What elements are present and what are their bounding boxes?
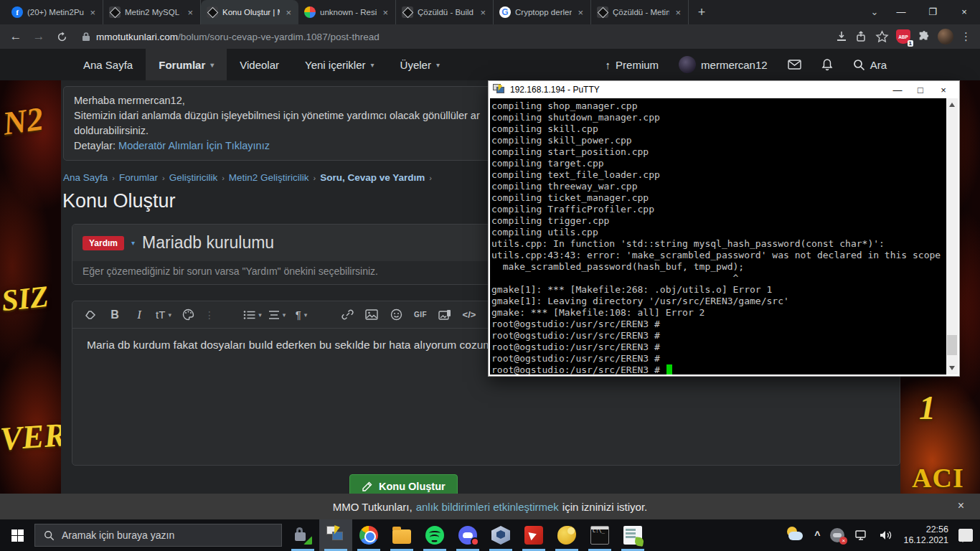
putty-maximize-button[interactable]: □	[909, 82, 932, 98]
taskbar-search-box[interactable]: Aramak için buraya yazın	[34, 524, 282, 547]
breadcrumb-link[interactable]: Metin2 Geliştiricilik	[229, 172, 309, 183]
taskbar-discord-icon[interactable]	[451, 519, 484, 551]
forward-button[interactable]: →	[29, 27, 49, 47]
scrollbar-thumb[interactable]	[947, 335, 957, 355]
action-center-icon[interactable]	[958, 529, 973, 542]
putty-terminal[interactable]: compiling shop_manager.cppcompiling shut…	[489, 98, 959, 376]
browser-tab[interactable]: unknown - Resim ×	[298, 0, 396, 24]
gif-button[interactable]: GIF	[410, 304, 431, 326]
weather-icon[interactable]	[786, 527, 804, 544]
user-menu[interactable]: mermercan12	[669, 49, 778, 80]
premium-link[interactable]: ↑Premium	[595, 49, 669, 80]
putty-minimize-button[interactable]: —	[886, 82, 909, 98]
taskbar-file-explorer-icon[interactable]	[385, 519, 418, 551]
nav-item-home[interactable]: Ana Sayfa	[70, 49, 146, 80]
breadcrumb-link[interactable]: Ana Sayfa	[63, 172, 108, 183]
search-button[interactable]: Ara	[843, 49, 897, 80]
adblock-badge: 1	[908, 40, 913, 47]
taskbar-chrome-icon[interactable]	[352, 519, 385, 551]
text-color-button[interactable]	[177, 304, 199, 326]
moderator-apply-link[interactable]: Moderatör Alımları İçin Tıklayınız	[118, 140, 270, 151]
smilies-button[interactable]	[385, 304, 407, 326]
terminal-line: compiling threeway_war.cpp	[491, 181, 945, 192]
insert-link-button[interactable]	[336, 304, 358, 326]
nav-item-members[interactable]: Üyeler▾	[387, 49, 453, 80]
browser-tab[interactable]: Çözüldü - Build a ×	[396, 0, 494, 24]
extensions-puzzle-icon[interactable]	[918, 30, 930, 43]
browser-tab[interactable]: Çözüldü - Metin2 ×	[591, 0, 689, 24]
code-button[interactable]: </>	[458, 304, 480, 326]
tab-close-icon[interactable]: ×	[576, 7, 585, 18]
tray-discord-icon[interactable]: ×	[830, 528, 844, 542]
messages-button[interactable]	[778, 49, 811, 80]
taskbar-red-app-icon[interactable]	[517, 519, 550, 551]
list-button[interactable]: ▾	[242, 304, 263, 326]
prefix-chevron-icon[interactable]: ▾	[131, 239, 135, 247]
italic-button[interactable]: I	[128, 304, 150, 326]
adblock-extension-icon[interactable]: ABP1	[896, 29, 910, 44]
download-icon[interactable]	[835, 30, 848, 43]
start-button[interactable]	[0, 519, 34, 551]
scroll-up-arrow-icon[interactable]	[949, 103, 955, 107]
alerts-button[interactable]	[811, 49, 843, 80]
reload-button[interactable]	[52, 27, 72, 47]
insert-image-button[interactable]	[361, 304, 382, 326]
enable-notifications-link[interactable]: anlık bildirimleri etkinleştirmek	[416, 501, 559, 513]
back-button[interactable]: ←	[6, 27, 26, 47]
remove-format-button[interactable]	[80, 304, 101, 326]
network-icon[interactable]	[854, 529, 869, 541]
window-minimize-button[interactable]: —	[885, 0, 917, 23]
align-button[interactable]: ▾	[266, 304, 288, 326]
browser-tab[interactable]: G Cryptopp derlem ×	[494, 0, 591, 24]
toolbar-more-dots[interactable]: ⋮	[202, 309, 217, 321]
tab-search-chevron-icon[interactable]: ⌄	[864, 6, 885, 17]
breadcrumb-link[interactable]: Forumlar	[119, 172, 158, 183]
tray-expand-chevron-icon[interactable]: ^	[814, 529, 820, 541]
tab-close-icon[interactable]: ×	[186, 7, 194, 18]
paragraph-button[interactable]: ¶▾	[291, 304, 312, 326]
putty-close-button[interactable]: ×	[932, 82, 955, 98]
taskbar-spotify-icon[interactable]	[418, 519, 451, 551]
reload-icon	[57, 32, 67, 42]
notification-close-icon[interactable]: ×	[958, 499, 964, 512]
tab-close-icon[interactable]: ×	[674, 7, 682, 18]
prefix-badge[interactable]: Yardım	[83, 236, 124, 250]
tab-close-icon[interactable]: ×	[88, 7, 97, 18]
taskbar-clock[interactable]: 22:56 16.12.2021	[903, 524, 948, 546]
nav-item-forums[interactable]: Forumlar▾	[146, 49, 227, 80]
taskbar-cmd-icon[interactable]	[583, 519, 616, 551]
create-thread-button[interactable]: Konu Oluştur	[349, 474, 458, 494]
browser-tab[interactable]: f (20+) Metin2Pub ×	[6, 0, 103, 24]
taskbar-notepad-icon[interactable]	[616, 519, 649, 551]
browser-tab-active[interactable]: Konu Oluştur | M ×	[201, 0, 298, 24]
taskbar-yellow-app-icon[interactable]	[550, 519, 583, 551]
browser-tab[interactable]: Metin2 MySQL 8 ×	[103, 0, 201, 24]
window-restore-button[interactable]: ❐	[917, 0, 948, 23]
window-close-button[interactable]: ×	[948, 0, 980, 23]
tab-close-icon[interactable]: ×	[381, 7, 390, 18]
taskbar-winscp-icon[interactable]	[286, 519, 319, 551]
tab-close-icon[interactable]: ×	[479, 7, 487, 18]
tab-close-icon[interactable]: ×	[284, 7, 293, 18]
browser-profile-avatar[interactable]	[938, 29, 953, 44]
putty-titlebar[interactable]: 192.168.1.194 - PuTTY — □ ×	[489, 81, 959, 98]
browser-menu-icon[interactable]: ⋮	[961, 30, 971, 43]
new-tab-button[interactable]: +	[692, 2, 712, 22]
breadcrumb-link-current[interactable]: Soru, Cevap ve Yardım	[320, 172, 425, 183]
putty-window[interactable]: 192.168.1.194 - PuTTY — □ × compiling sh…	[488, 80, 960, 377]
address-bar[interactable]: mmotutkunlari.com/bolum/soru-cevap-ve-ya…	[75, 27, 832, 47]
volume-icon[interactable]	[879, 529, 893, 541]
breadcrumb-link[interactable]: Geliştiricilik	[169, 172, 218, 183]
terminal-line: root@ogstudio:/usr/src/EREN3 #	[491, 353, 945, 364]
taskbar-virtualbox-icon[interactable]	[484, 519, 517, 551]
nav-item-new-content[interactable]: Yeni içerikler▾	[292, 49, 387, 80]
media-button[interactable]	[434, 304, 456, 326]
nav-item-videos[interactable]: Videolar	[227, 49, 292, 80]
taskbar-putty-icon[interactable]	[319, 519, 352, 551]
share-icon[interactable]	[855, 30, 868, 43]
bold-button[interactable]: B	[104, 304, 126, 326]
scroll-down-arrow-icon[interactable]	[949, 366, 955, 370]
terminal-scrollbar[interactable]	[946, 98, 958, 375]
bookmark-star-icon[interactable]	[875, 30, 889, 44]
font-size-button[interactable]: tT▾	[153, 304, 174, 326]
